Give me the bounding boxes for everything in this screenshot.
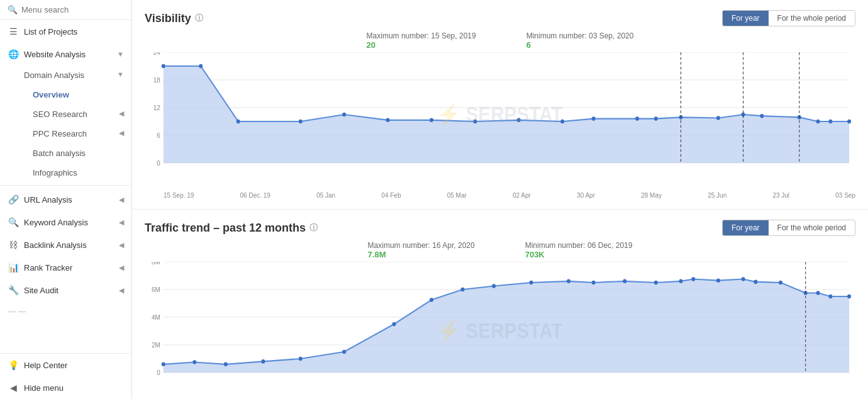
svg-point-64 xyxy=(716,278,720,283)
svg-point-14 xyxy=(299,120,303,124)
svg-point-51 xyxy=(299,357,303,361)
visibility-max-value: 20 xyxy=(367,40,376,50)
menu-search-input[interactable] xyxy=(21,5,124,14)
traffic-for-whole-button[interactable]: For the whole period xyxy=(769,220,855,235)
sidebar-item-label: URL Analysis xyxy=(24,195,114,205)
sidebar-item-url-analysis[interactable]: 🔗 URL Analysis ◀ xyxy=(0,188,131,211)
svg-point-23 xyxy=(654,116,658,121)
sidebar-search-container[interactable]: 🔍 xyxy=(0,0,131,20)
traffic-chart-header: Traffic trend – past 12 months ⓘ For yea… xyxy=(145,220,855,236)
svg-text:24: 24 xyxy=(153,52,160,57)
traffic-for-year-button[interactable]: For year xyxy=(723,220,769,235)
svg-text:18: 18 xyxy=(153,77,160,84)
svg-point-71 xyxy=(847,295,851,299)
svg-point-70 xyxy=(828,295,832,299)
sidebar-item-backlink-analysis[interactable]: ⛓ Backlink Analysis ◀ xyxy=(0,233,131,256)
help-icon: 💡 xyxy=(8,360,19,370)
sidebar-item-label: Website Analysis xyxy=(24,50,112,59)
keyword-icon: 🔍 xyxy=(8,217,19,227)
chevron-down-icon: ▼ xyxy=(117,70,124,78)
website-icon: 🌐 xyxy=(8,49,19,59)
visibility-max-stat: Maximum number: 15 Sep, 2019 20 xyxy=(367,31,476,50)
svg-text:0: 0 xyxy=(157,369,160,377)
hide-icon: ◀ xyxy=(8,383,19,393)
x-label: 04 Feb xyxy=(381,192,401,199)
visibility-for-year-button[interactable]: For year xyxy=(723,11,769,26)
sidebar-bottom: 💡 Help Center ◀ Hide menu xyxy=(0,353,131,399)
svg-point-47 xyxy=(162,362,165,367)
sidebar-item-label: Hide menu xyxy=(24,383,124,393)
x-label: 05 Mar xyxy=(447,192,467,199)
x-label: 23 Jul xyxy=(772,192,789,199)
svg-point-49 xyxy=(224,362,228,367)
svg-point-67 xyxy=(779,281,782,285)
traffic-min-stat: Minimum number: 06 Dec, 2019 703K xyxy=(525,241,633,259)
sidebar-item-domain-analysis[interactable]: Domain Analysis ▼ xyxy=(0,65,131,85)
svg-point-31 xyxy=(847,120,851,124)
svg-point-66 xyxy=(754,280,757,284)
visibility-title: Visibility ⓘ xyxy=(145,12,203,25)
visibility-max-label: Maximum number: 15 Sep, 2019 xyxy=(367,31,476,40)
url-icon: 🔗 xyxy=(8,194,19,205)
svg-point-62 xyxy=(679,279,682,284)
svg-text:4M: 4M xyxy=(152,314,160,322)
svg-text:2M: 2M xyxy=(152,342,160,349)
visibility-chart-svg: 0 6 12 18 24 xyxy=(145,52,855,191)
sidebar-item-infographics[interactable]: Infographics xyxy=(0,163,131,183)
sidebar-item-label: Domain Analysis xyxy=(24,70,84,80)
chevron-right-icon: ◀ xyxy=(119,218,124,227)
traffic-section: Traffic trend – past 12 months ⓘ For yea… xyxy=(132,210,868,399)
svg-point-61 xyxy=(654,281,658,285)
svg-point-48 xyxy=(192,360,196,364)
visibility-x-labels: 15 Sep. 19 06 Dec. 19 05 Jan 04 Feb 05 M… xyxy=(145,191,855,199)
sidebar-item-label: Batch analysis xyxy=(33,149,86,158)
svg-point-22 xyxy=(635,116,639,121)
sidebar-item-hide-menu[interactable]: ◀ Hide menu xyxy=(0,376,131,399)
traffic-max-stat: Maximum number: 16 Apr, 2020 7.8M xyxy=(368,241,475,259)
svg-text:12: 12 xyxy=(153,104,160,112)
sidebar-item-ppc-research[interactable]: PPC Research ◀ xyxy=(0,124,131,143)
chevron-right-icon: ◀ xyxy=(119,196,124,204)
divider xyxy=(0,185,131,186)
sidebar-item-keyword-analysis[interactable]: 🔍 Keyword Analysis ◀ xyxy=(0,211,131,233)
chevron-right-icon: ◀ xyxy=(119,286,124,295)
sidebar-item-site-audit[interactable]: 🔧 Site Audit ◀ xyxy=(0,279,131,301)
sidebar-item-label: Site Audit xyxy=(24,286,114,295)
traffic-min-label: Minimum number: 06 Dec, 2019 xyxy=(525,241,633,250)
sidebar-item-seo-research[interactable]: SEO Research ◀ xyxy=(0,104,131,124)
chevron-down-icon: ▼ xyxy=(117,50,124,58)
traffic-chart-svg: 0 2M 4M 6M 8M xyxy=(145,262,855,399)
svg-text:8M: 8M xyxy=(152,262,160,266)
sidebar-item-rank-tracker[interactable]: 📊 Rank Tracker ◀ xyxy=(0,256,131,279)
sidebar-item-website-analysis[interactable]: 🌐 Website Analysis ▼ xyxy=(0,43,131,65)
sidebar-item-batch-analysis[interactable]: Batch analysis xyxy=(0,143,131,163)
visibility-for-whole-button[interactable]: For the whole period xyxy=(769,11,855,26)
sidebar-item-label: PPC Research xyxy=(33,129,87,138)
x-label: 28 May xyxy=(641,192,662,199)
x-label: 05 Jan xyxy=(316,192,335,199)
visibility-min-label: Minimum number: 03 Sep, 2020 xyxy=(526,31,634,40)
sidebar-item-label: Keyword Analysis xyxy=(24,218,114,227)
svg-point-17 xyxy=(430,118,433,123)
visibility-title-text: Visibility xyxy=(145,12,191,25)
traffic-max-value: 7.8M xyxy=(368,250,386,259)
sidebar-item-overview[interactable]: Overview xyxy=(0,85,131,104)
info-icon: ⓘ xyxy=(309,222,318,233)
search-icon: 🔍 xyxy=(8,5,18,14)
svg-point-58 xyxy=(567,279,570,284)
traffic-title-text: Traffic trend – past 12 months xyxy=(145,222,306,235)
x-label: 06 Dec. 19 xyxy=(240,192,270,199)
svg-point-30 xyxy=(828,120,832,124)
visibility-section: Visibility ⓘ For year For the whole peri… xyxy=(132,0,868,210)
svg-point-25 xyxy=(716,116,720,120)
traffic-min-value: 703K xyxy=(525,250,545,259)
chevron-left-icon: ◀ xyxy=(119,129,124,138)
sidebar-item-list-projects[interactable]: ☰ List of Projects xyxy=(0,20,131,43)
sidebar-item-help-center[interactable]: 💡 Help Center xyxy=(0,354,131,376)
svg-point-52 xyxy=(342,350,346,354)
svg-point-60 xyxy=(623,279,626,284)
x-label: 15 Sep. 19 xyxy=(164,192,194,199)
svg-point-57 xyxy=(530,281,533,285)
visibility-stats: Maximum number: 15 Sep, 2019 20 Minimum … xyxy=(145,31,855,50)
svg-point-29 xyxy=(816,120,820,124)
